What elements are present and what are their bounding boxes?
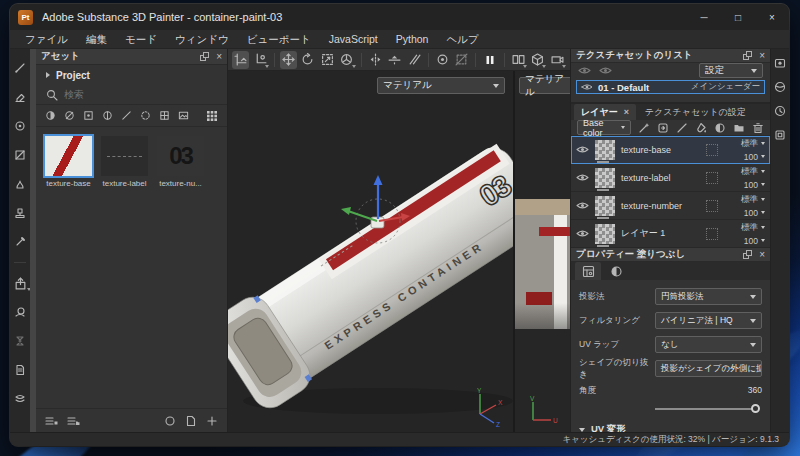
filter-environments-icon[interactable] (178, 110, 189, 121)
clone-tool-button[interactable] (10, 204, 31, 222)
add-effect-icon[interactable] (638, 122, 650, 134)
add-smart-material-icon[interactable] (714, 122, 726, 134)
blend-mode-dropdown[interactable]: 標準 (723, 222, 765, 234)
material-dropdown-2d[interactable]: マテリアル (519, 77, 570, 94)
float-panel-icon[interactable] (200, 52, 209, 61)
texture-set-settings-dropdown[interactable]: 設定 (699, 63, 763, 78)
project-section-toggle[interactable]: Project (36, 65, 227, 85)
slider-knob[interactable] (751, 404, 760, 413)
blend-mode-dropdown[interactable]: 標準 (723, 166, 765, 178)
layer-row-texture-base[interactable]: texture-base 標準 100 (571, 136, 770, 164)
assets-panel-header[interactable]: アセット × (36, 49, 227, 65)
layer-mask-slot[interactable] (706, 144, 718, 156)
asset-search[interactable] (36, 85, 227, 105)
material-picker-tool-button[interactable] (10, 233, 31, 251)
display-settings-icon[interactable] (774, 129, 786, 141)
eye-icon[interactable] (576, 172, 589, 183)
filter-smart-materials-icon[interactable] (64, 110, 75, 121)
viewport-3d[interactable]: EXPRESS CONTAINER 03 (228, 71, 513, 432)
lazy-mouse-button[interactable] (453, 51, 470, 69)
layer-row-texture-label[interactable]: texture-label 標準 100 (571, 164, 770, 192)
refresh-icon[interactable] (164, 415, 176, 427)
properties-panel-header[interactable]: プロパティー 塗りつぶし × (571, 248, 770, 262)
layer-mask-slot[interactable] (706, 228, 718, 240)
layer-thumbnail[interactable] (595, 224, 615, 244)
menu-mode[interactable]: モード (116, 30, 166, 49)
texture-set-list-header[interactable]: テクスチャセットのリスト × (571, 49, 770, 63)
layer-thumbnail[interactable] (595, 168, 615, 188)
tab-texture-set-settings[interactable]: テクスチャセットの設定 (638, 104, 753, 120)
add-fill-layer-icon[interactable] (695, 122, 707, 134)
scale-tool-button[interactable] (319, 51, 336, 69)
channel-dropdown[interactable]: Base color (577, 120, 631, 135)
history-tool-button[interactable] (10, 332, 31, 350)
eye-icon[interactable] (576, 200, 589, 211)
add-paint-layer-icon[interactable] (676, 122, 688, 134)
mirror-y-button[interactable] (386, 51, 403, 69)
close-tab-icon[interactable]: × (624, 107, 629, 117)
pause-engine-button[interactable] (481, 51, 498, 69)
close-panel-icon[interactable]: × (759, 51, 765, 60)
eye-icon[interactable] (576, 144, 589, 155)
minimize-button[interactable]: ─ (687, 4, 721, 30)
filtering-dropdown[interactable]: バイリニア法 | HQ (655, 312, 762, 329)
blend-mode-dropdown[interactable]: 標準 (723, 194, 765, 206)
projection-dropdown[interactable]: 円筒投影法 (655, 288, 762, 305)
filter-materials-icon[interactable] (45, 110, 56, 121)
layer-row-texture-number[interactable]: texture-number 標準 100 (571, 192, 770, 220)
layer-row-layer-1[interactable]: レイヤー 1 標準 100 (571, 220, 770, 248)
opacity-dropdown[interactable]: 100 (723, 208, 765, 218)
menu-help[interactable]: ヘルプ (437, 30, 487, 49)
float-panel-icon[interactable] (743, 250, 752, 259)
close-panel-icon[interactable]: × (216, 52, 222, 61)
titlebar[interactable]: Pt Adobe Substance 3D Painter - containe… (10, 4, 789, 30)
layer-thumbnail[interactable] (595, 196, 615, 216)
maximize-button[interactable]: □ (721, 4, 755, 30)
camera-button[interactable] (548, 51, 565, 69)
snap-button[interactable] (434, 51, 451, 69)
filter-smart-masks-icon[interactable] (83, 110, 94, 121)
grid-view-icon[interactable] (206, 110, 218, 122)
slider-track[interactable] (655, 408, 754, 410)
uv-wrap-dropdown[interactable]: なし (655, 336, 762, 353)
delete-layer-trash-icon[interactable] (752, 122, 764, 134)
asset-texture-number[interactable]: 03 texture-nu... (157, 136, 204, 188)
menu-viewport[interactable]: ビューポート (238, 30, 320, 49)
projection-tool-button[interactable] (10, 117, 31, 135)
opacity-dropdown[interactable]: 100 (723, 236, 765, 246)
render-mode-button[interactable] (529, 51, 546, 69)
smudge-tool-button[interactable] (10, 175, 31, 193)
view-layout-button[interactable] (510, 51, 527, 69)
bake-button[interactable] (10, 303, 31, 321)
history-clock-icon[interactable] (774, 105, 786, 117)
list-view-icon[interactable] (45, 415, 58, 427)
add-icon[interactable] (206, 415, 218, 427)
paint-tool-button[interactable] (10, 59, 31, 77)
blend-mode-dropdown[interactable]: 標準 (723, 138, 765, 150)
camera-settings-icon[interactable] (774, 57, 786, 69)
search-input[interactable] (64, 89, 184, 100)
rotate-tool-button[interactable] (299, 51, 316, 69)
material-dropdown-3d[interactable]: マテリアル (377, 77, 505, 94)
container-3d-model[interactable]: EXPRESS CONTAINER 03 (228, 71, 513, 432)
eye-single-icon[interactable] (599, 65, 612, 76)
opacity-dropdown[interactable]: 100 (723, 152, 765, 162)
stroke-opacity-button[interactable] (405, 51, 422, 69)
move-tool-button[interactable] (280, 51, 297, 69)
uv-transform-section[interactable]: UV 変形 (579, 423, 762, 432)
close-button[interactable]: × (755, 4, 789, 30)
add-filter-icon[interactable] (657, 122, 669, 134)
shape-crop-dropdown[interactable]: 投影がシェイプの外側に拡張 (655, 360, 762, 377)
export-button[interactable] (10, 274, 31, 292)
layer-mask-slot[interactable] (706, 200, 718, 212)
transform-pivot-button[interactable] (251, 51, 268, 69)
layer-mask-slot[interactable] (706, 172, 718, 184)
float-panel-icon[interactable] (743, 51, 752, 60)
polygon-fill-tool-button[interactable] (10, 146, 31, 164)
menu-file[interactable]: ファイル (16, 30, 77, 49)
transform-tool-button[interactable] (232, 51, 249, 69)
list-folder-icon[interactable] (67, 415, 80, 427)
environment-sphere-icon[interactable] (774, 81, 786, 93)
close-panel-icon[interactable]: × (759, 250, 765, 259)
viewport-2d[interactable]: マテリアル V U (515, 71, 570, 432)
